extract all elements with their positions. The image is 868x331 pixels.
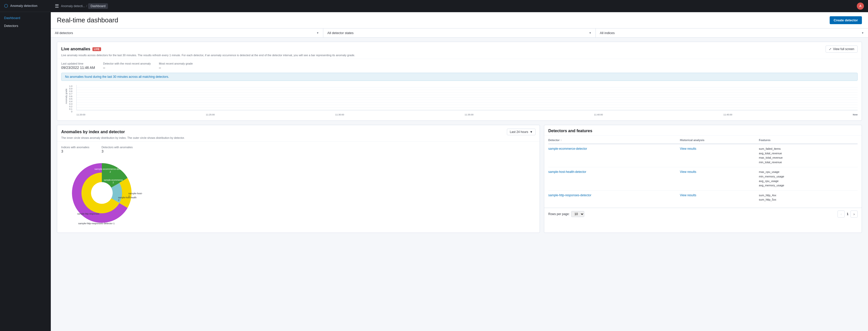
donut-section: Indices with anomalies 3 Detectors with …	[57, 142, 540, 232]
time-range-label: Last 24 hours	[510, 130, 528, 134]
current-page: 1	[847, 212, 848, 216]
historical-link-ecommerce: View results	[680, 147, 759, 150]
live-badge: LIVE	[92, 47, 101, 51]
most-recent-detector-value: –	[103, 65, 151, 70]
table-header: Detector ↑ Historical analysis Features	[548, 139, 858, 144]
inner-label-host-health: sample-host-health	[118, 196, 136, 199]
top-bar-right: A	[857, 3, 864, 10]
sidebar: ⬡ Anomaly detection Dashboard Detectors	[0, 0, 51, 331]
states-filter-label: All detector states	[327, 31, 353, 35]
inner-label-ecommerce: sample-ecommerce	[103, 179, 123, 181]
live-anomalies-panel: Live anomalies LIVE ⤢ View full screen L…	[57, 42, 862, 121]
col-header-detector: Detector ↑	[548, 139, 680, 142]
top-bar: ☰ Anomaly detecti... / Dashboard A	[51, 0, 868, 12]
view-results-link-ecommerce[interactable]: View results	[680, 147, 696, 150]
detector-name-ecommerce: sample-ecommerce-detector	[548, 147, 680, 150]
create-detector-button[interactable]: Create detector	[830, 16, 862, 24]
anomalies-by-index-title: Anomalies by index and detector	[61, 130, 125, 134]
states-filter[interactable]: All detector states ▼	[323, 28, 596, 37]
last-updated-label: Last updated time	[61, 62, 95, 65]
svg-text:2: 2	[118, 199, 119, 201]
filters-row: All detectors ▼ All detector states ▼ Al…	[51, 28, 868, 38]
view-results-link-http[interactable]: View results	[680, 193, 696, 197]
time-range-chevron-icon: ▼	[530, 130, 533, 134]
anomalies-by-index-header: Anomalies by index and detector Last 24 …	[57, 125, 540, 142]
page-title: Real-time dashboard	[57, 16, 118, 24]
next-page-button[interactable]: ›	[850, 211, 858, 218]
page-nav: ‹ 1 ›	[838, 211, 858, 218]
detector-link-host-health[interactable]: sample-host-health-detector	[548, 170, 586, 174]
detectors-with-anomalies-label: Detectors with anomalies	[101, 146, 133, 149]
prev-page-button[interactable]: ‹	[838, 211, 845, 218]
breadcrumb-parent[interactable]: Anomaly detecti...	[61, 4, 85, 8]
sidebar-nav: Dashboard Detectors	[0, 12, 51, 32]
detector-name-host-health: sample-host-health-detector	[548, 170, 680, 174]
features-host-health: max_cpu_usage min_memory_usage avg_cpu_u…	[759, 170, 858, 188]
live-anomalies-chart-area: 1.0 0.9 0.8 0.7 0.6 0.5 0.4 0.3 0.2 0.1	[57, 83, 862, 120]
breadcrumb-current: Dashboard	[88, 3, 108, 9]
breadcrumb: Anomaly detecti... / Dashboard	[61, 3, 108, 9]
donut-hole	[91, 182, 113, 204]
live-anomalies-title-row: Live anomalies LIVE ⤢ View full screen	[61, 46, 858, 53]
live-anomalies-stats: Last updated time 09/23/2022 11:46 AM De…	[57, 59, 862, 73]
live-anomalies-subtitle: Live anomaly results across detectors fo…	[61, 54, 858, 57]
sidebar-item-dashboard[interactable]: Dashboard	[0, 14, 51, 22]
breadcrumb-separator: /	[86, 4, 87, 8]
anomalies-by-index-subtitle: The inner circle shows anomaly distribut…	[61, 136, 535, 139]
most-recent-grade-stat: Most recent anomaly grade –	[159, 62, 193, 70]
svg-text:2: 2	[110, 170, 111, 173]
most-recent-detector-label: Detector with the most recent anomaly	[103, 62, 151, 65]
sort-icon[interactable]: ↑	[560, 139, 562, 142]
col-header-historical: Historical analysis	[680, 139, 759, 142]
table-row: sample-ecommerce-detector View results s…	[548, 144, 858, 167]
no-anomalies-alert: No anomalies found during the last 30 mi…	[61, 73, 858, 81]
detectors-with-anomalies-value: 3	[101, 149, 133, 153]
detector-link-ecommerce[interactable]: sample-ecommerce-detector	[548, 147, 587, 150]
menu-icon[interactable]: ☰	[55, 3, 59, 9]
features-ecommerce: sum_failed_items avg_total_revenue max_t…	[759, 147, 858, 164]
detectors-features-table: Detector ↑ Historical analysis Features …	[544, 136, 862, 208]
view-full-screen-button[interactable]: ⤢ View full screen	[826, 46, 858, 53]
detector-link-http[interactable]: sample-http-responses-detector	[548, 193, 591, 197]
outer-label-http: sample-http-responses-detector 1	[78, 222, 115, 225]
col-header-features: Features	[759, 139, 858, 142]
detectors-features-title: Detectors and features	[548, 129, 858, 133]
view-results-link-host-health[interactable]: View results	[680, 170, 696, 174]
live-anomalies-title-text: Live anomalies	[61, 47, 90, 51]
indices-filter[interactable]: All indices ▼	[596, 28, 868, 37]
inner-label-http: sample-http-responses	[77, 213, 99, 215]
detectors-features-header: Detectors and features	[544, 125, 862, 136]
most-recent-grade-label: Most recent anomaly grade	[159, 62, 193, 65]
features-http: sum_http_4xx sum_http_5xx	[759, 193, 858, 202]
most-recent-grade-value: –	[159, 65, 193, 70]
historical-link-http: View results	[680, 193, 759, 197]
bottom-panels: Anomalies by index and detector Last 24 …	[57, 125, 862, 237]
anomalies-by-index-panel: Anomalies by index and detector Last 24 …	[57, 125, 540, 233]
indices-filter-chevron-icon: ▼	[861, 31, 864, 34]
x-axis-labels: 11:20:00 11:25:00 11:30:00 11:35:00 11:4…	[76, 113, 858, 116]
table-row: sample-http-responses-detector View resu…	[548, 191, 858, 205]
view-full-screen-label: View full screen	[833, 47, 854, 51]
user-avatar[interactable]: A	[857, 3, 864, 10]
detectors-features-panel: Detectors and features Detector ↑ Histor…	[544, 125, 862, 233]
live-anomalies-header: Live anomalies LIVE ⤢ View full screen L…	[57, 42, 862, 59]
no-anomalies-message: No anomalies found during the last 30 mi…	[65, 75, 169, 79]
table-row: sample-host-health-detector View results…	[548, 167, 858, 190]
donut-chart-container: sample-ecommerce-detector 2 sample-host-…	[61, 157, 143, 228]
outer-label-host-health: sample-host-health-detector	[128, 192, 143, 195]
sidebar-item-detectors[interactable]: Detectors	[0, 22, 51, 30]
time-range-selector[interactable]: Last 24 hours ▼	[507, 129, 535, 135]
detectors-filter-chevron-icon: ▼	[316, 31, 319, 34]
page-header: Real-time dashboard Create detector	[51, 12, 868, 28]
detector-name-http: sample-http-responses-detector	[548, 193, 680, 197]
historical-link-host-health: View results	[680, 170, 759, 174]
detectors-filter[interactable]: All detectors ▼	[51, 28, 323, 37]
anomalies-by-index-title-row: Anomalies by index and detector Last 24 …	[61, 129, 535, 135]
last-updated-stat: Last updated time 09/23/2022 11:46 AM	[61, 62, 95, 70]
rows-per-page-select[interactable]: 10 20 50	[571, 211, 584, 217]
indices-with-anomalies-value: 3	[61, 149, 89, 153]
donut-chart: sample-ecommerce-detector 2 sample-host-…	[61, 155, 143, 231]
rows-per-page-label: Rows per page:	[548, 212, 569, 216]
pagination-row: Rows per page: 10 20 50 ‹ 1 ›	[544, 208, 862, 220]
donut-stats: Indices with anomalies 3 Detectors with …	[61, 146, 133, 153]
